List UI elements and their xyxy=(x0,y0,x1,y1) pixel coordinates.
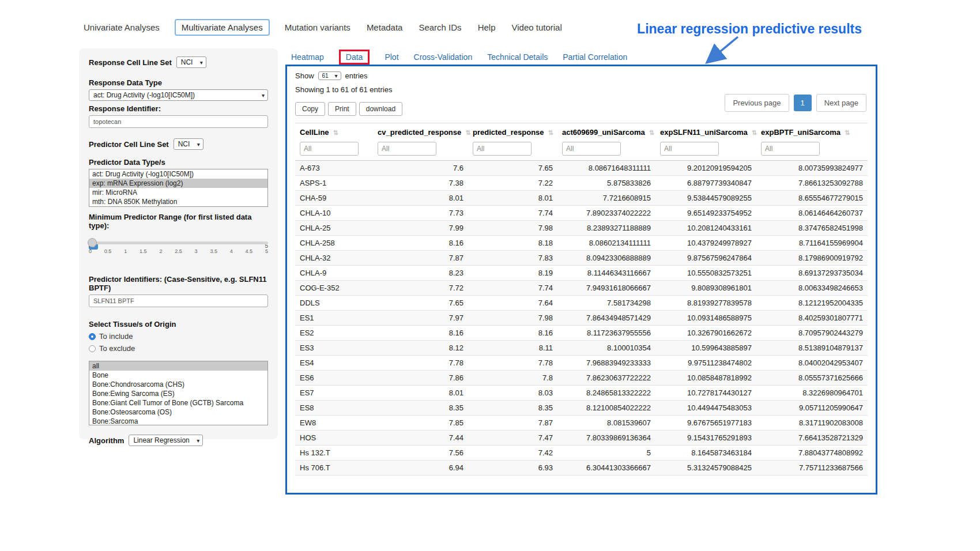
sort-icon[interactable]: ⇅ xyxy=(649,129,654,136)
filter-input-cv-predicted-response[interactable] xyxy=(378,142,436,156)
table-row[interactable]: Hs 132.T7.567.4258.16458734631847.880437… xyxy=(295,446,868,461)
table-row[interactable]: ES78.018.038.2486581332222210.7278174430… xyxy=(295,386,868,401)
predictor-data-type-option[interactable]: exp: mRNA Expression (log2) xyxy=(89,179,267,188)
show-entries-select[interactable]: 61 xyxy=(318,71,341,80)
sort-icon[interactable]: ⇅ xyxy=(548,129,553,136)
download-button[interactable]: download xyxy=(359,102,402,116)
nav-tab-univariate-analyses[interactable]: Univariate Analyses xyxy=(82,20,161,35)
sort-icon[interactable]: ⇅ xyxy=(845,129,850,136)
algorithm-select[interactable]: Linear Regression xyxy=(129,435,203,446)
current-page-button[interactable]: 1 xyxy=(794,95,812,111)
response-cell-line-set-select[interactable]: NCI xyxy=(176,56,206,68)
nav-tab-video-tutorial[interactable]: Video tutorial xyxy=(510,20,563,35)
previous-page-button[interactable]: Previous page xyxy=(725,94,789,112)
filter-cell xyxy=(557,140,655,161)
table-row[interactable]: ES28.168.168.1172363795555610.3267901662… xyxy=(295,326,868,341)
sort-icon[interactable]: ⇅ xyxy=(333,129,338,136)
tissue-option[interactable]: all xyxy=(89,361,267,371)
tissue-option[interactable]: Bone:Osteosarcoma (OS) xyxy=(89,407,267,417)
tab-plot[interactable]: Plot xyxy=(385,52,398,62)
min-predictor-range-slider[interactable]: 0 5 00.511.522.533.544.55 xyxy=(89,241,268,269)
col-header-expslfn11-unisarcoma[interactable]: expSLFN11_uniSarcoma⇅ xyxy=(655,123,756,141)
value-cell: 7.87 xyxy=(468,416,557,431)
sort-icon[interactable]: ⇅ xyxy=(752,129,757,136)
radio-label: To exclude xyxy=(99,344,135,353)
filter-input-act609699-unisarcoma[interactable] xyxy=(562,142,621,156)
value-cell: 7.83 xyxy=(468,251,557,266)
filter-input-expbptf-unisarcoma[interactable] xyxy=(761,142,820,156)
tab-heatmap[interactable]: Heatmap xyxy=(291,52,324,62)
table-row[interactable]: CHLA-98.238.198.1144634311666710.5550832… xyxy=(295,266,868,281)
slider-handle[interactable] xyxy=(88,238,97,247)
filter-input-cellline[interactable] xyxy=(300,142,359,156)
tab-partial-correlation[interactable]: Partial Correlation xyxy=(563,52,627,62)
col-header-predicted-response[interactable]: predicted_response⇅ xyxy=(468,123,557,141)
value-cell: 7.44 xyxy=(373,431,468,446)
print-button[interactable]: Print xyxy=(328,102,356,116)
slider-tick-label: 5 xyxy=(265,248,268,254)
tab-cross-validation[interactable]: Cross-Validation xyxy=(414,52,473,62)
col-header-expbptf-unisarcoma[interactable]: expBPTF_uniSarcoma⇅ xyxy=(756,123,868,141)
radio-to-include[interactable]: To include xyxy=(89,332,268,341)
value-cell: 7.87 xyxy=(373,251,468,266)
table-row[interactable]: ES88.358.358.1210085402222210.4494475483… xyxy=(295,401,868,416)
tissue-option[interactable]: Bone:Chondrosarcoma (CHS) xyxy=(89,380,267,389)
nav-tab-metadata[interactable]: Metadata xyxy=(365,20,404,35)
predictor-cell-line-set-select[interactable]: NCI xyxy=(174,138,203,150)
tab-data[interactable]: Data xyxy=(346,52,363,62)
table-row[interactable]: CHLA-327.877.838.094233068888899.8756759… xyxy=(295,251,868,266)
table-row[interactable]: ES67.867.87.8623063772222210.08584878189… xyxy=(295,371,868,386)
table-row[interactable]: DDLS7.657.647.5817342988.819392778395788… xyxy=(295,296,868,311)
table-row[interactable]: ES47.787.787.968839492333339.97511238474… xyxy=(295,356,868,371)
response-data-type-select[interactable]: act: Drug Activity (-log10[IC50M]) xyxy=(89,89,268,101)
value-cell: 7.42 xyxy=(468,446,557,461)
sort-icon[interactable]: ⇅ xyxy=(465,129,470,136)
filter-input-expslfn11-unisarcoma[interactable] xyxy=(660,142,719,156)
filter-cell xyxy=(373,140,468,161)
response-identifier-input[interactable] xyxy=(89,115,268,128)
predictor-data-type-option[interactable]: mir: MicroRNA xyxy=(89,188,267,197)
nav-tab-help[interactable]: Help xyxy=(477,20,497,35)
cellline-cell: CHLA-25 xyxy=(295,221,373,236)
nav-tab-search-ids[interactable]: Search IDs xyxy=(417,20,462,35)
filter-input-predicted-response[interactable] xyxy=(473,142,532,156)
slider-track[interactable] xyxy=(89,241,268,244)
next-page-button[interactable]: Next page xyxy=(816,94,866,112)
table-row[interactable]: COG-E-3527.727.747.949316180666679.80893… xyxy=(295,281,868,296)
nav-tab-multivariate-analyses[interactable]: Multivariate Analyses xyxy=(175,19,270,36)
tissue-option[interactable]: Bone xyxy=(89,371,267,380)
response-cell-line-set-label: Response Cell Line Set xyxy=(89,58,172,67)
copy-button[interactable]: Copy xyxy=(295,102,325,116)
results-tab-bar: HeatmapDataPlotCross-ValidationTechnical… xyxy=(291,50,627,65)
value-cell: 7.94931618066667 xyxy=(557,281,655,296)
cellline-cell: HOS xyxy=(295,431,373,446)
col-header-cv-predicted-response[interactable]: cv_predicted_response⇅ xyxy=(373,123,468,141)
table-row[interactable]: EW87.857.878.0815396079.676756519771838.… xyxy=(295,416,868,431)
nav-tab-mutation-variants[interactable]: Mutation variants xyxy=(284,20,352,35)
tissue-option[interactable]: Bone:Sarcoma xyxy=(89,417,267,425)
tab-technical-details[interactable]: Technical Details xyxy=(487,52,548,62)
predictor-data-type-option[interactable]: act: Drug Activity (-log10[IC50M]) xyxy=(89,169,267,179)
table-row[interactable]: CHLA-107.737.747.890233740222229.6514923… xyxy=(295,206,868,221)
table-row[interactable]: ASPS-17.387.225.8758338266.8879773934084… xyxy=(295,176,868,191)
col-header-act609699-unisarcoma[interactable]: act609699_uniSarcoma⇅ xyxy=(557,123,655,141)
table-row[interactable]: Hs 706.T6.946.936.304413033666675.313245… xyxy=(295,461,868,475)
table-row[interactable]: ES38.128.118.10001035410.5996438858978.5… xyxy=(295,341,868,356)
value-cell: 7.78 xyxy=(373,356,468,371)
predictor-data-types-listbox[interactable]: act: Drug Activity (-log10[IC50M])exp: m… xyxy=(89,169,268,207)
predictor-identifiers-input[interactable] xyxy=(89,295,268,307)
value-cell: 8.11 xyxy=(468,341,557,356)
tissue-listbox[interactable]: allBoneBone:Chondrosarcoma (CHS)Bone:Ewi… xyxy=(89,361,268,425)
tissue-option[interactable]: Bone:Giant Cell Tumor of Bone (GCTB) Sar… xyxy=(89,398,267,407)
table-row[interactable]: CHLA-2588.168.188.0860213411111110.43792… xyxy=(295,236,868,251)
cellline-cell: CHLA-32 xyxy=(295,251,373,266)
predictor-data-type-option[interactable]: mth: DNA 850K Methylation xyxy=(89,197,267,206)
table-row[interactable]: CHLA-257.997.988.2389327118888910.208124… xyxy=(295,221,868,236)
table-row[interactable]: ES17.977.987.8643494857142910.0931486588… xyxy=(295,311,868,326)
radio-to-exclude[interactable]: To exclude xyxy=(89,344,268,353)
col-header-cellline[interactable]: CellLine⇅ xyxy=(295,123,373,141)
table-row[interactable]: CHA-598.018.017.72166089159.538445790892… xyxy=(295,191,868,206)
table-row[interactable]: HOS7.447.477.803398691363649.15431765291… xyxy=(295,431,868,446)
tissue-option[interactable]: Bone:Ewing Sarcoma (ES) xyxy=(89,389,267,398)
table-row[interactable]: A-6737.67.658.086716483111119.2012091959… xyxy=(295,161,868,176)
